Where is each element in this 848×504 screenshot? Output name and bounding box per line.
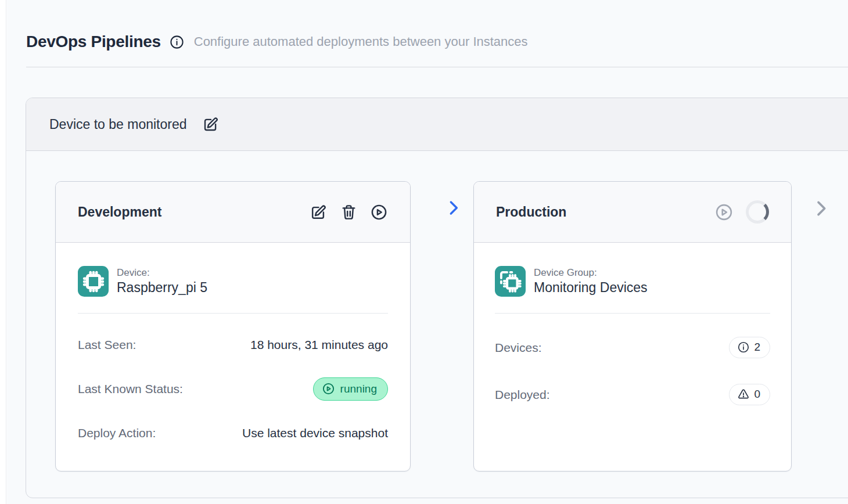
- devops-pipelines-page: DevOps Pipelines Configure automated dep…: [7, 0, 848, 504]
- delete-stage-button[interactable]: [340, 203, 358, 221]
- production-card-header: Production: [474, 182, 791, 243]
- play-circle-icon: [714, 203, 734, 222]
- chevron-right-icon: [811, 199, 831, 218]
- pipeline-title: Device to be monitored: [49, 117, 187, 132]
- development-card-header: Development: [56, 182, 410, 243]
- deployed-row: Deployed: 0: [495, 384, 770, 405]
- trash-icon: [340, 203, 358, 221]
- info-circle-icon: [737, 341, 750, 354]
- loading-spinner: [746, 200, 769, 224]
- card-divider: [495, 313, 770, 314]
- play-circle-icon: [370, 203, 388, 221]
- last-known-status-label: Last Known Status:: [78, 382, 183, 396]
- devices-row: Devices: 2: [495, 337, 770, 358]
- left-sidebar-edge: [0, 0, 6, 504]
- pipeline-panel: Device to be monitored Development: [26, 98, 848, 498]
- status-badge-running: running: [313, 377, 388, 401]
- devices-count-badge[interactable]: 2: [729, 337, 770, 358]
- play-circle-icon: [322, 382, 335, 395]
- pipeline-panel-header: Device to be monitored: [26, 98, 848, 151]
- development-card-body: Device: Raspberry_pi 5 Last Seen: 18 hou…: [56, 243, 410, 440]
- page-info-icon[interactable]: [169, 34, 185, 50]
- page-subtitle: Configure automated deployments between …: [194, 34, 528, 49]
- cpu-chip-icon: [81, 269, 106, 294]
- last-known-status-row: Last Known Status: running: [78, 377, 388, 401]
- devices-label: Devices:: [495, 341, 542, 355]
- device-name: Raspberry_pi 5: [117, 280, 207, 296]
- last-seen-row: Last Seen: 18 hours, 31 minutes ago: [78, 338, 388, 352]
- card-divider: [78, 313, 388, 314]
- deployed-label: Deployed:: [495, 388, 550, 402]
- last-seen-label: Last Seen:: [78, 338, 136, 352]
- deploy-action-label: Deploy Action:: [78, 426, 156, 440]
- stage-card-development: Development: [55, 181, 411, 471]
- device-meta: Device: Raspberry_pi 5: [117, 267, 207, 296]
- device-avatar: [78, 266, 109, 297]
- deployed-count: 0: [754, 388, 760, 401]
- device-label: Device:: [117, 267, 207, 279]
- pipeline-flow-arrow-icon: [444, 199, 463, 217]
- device-group-name: Monitoring Devices: [534, 280, 648, 296]
- status-badge-label: running: [340, 383, 377, 395]
- pipeline-panel-body: Development: [26, 151, 848, 497]
- pencil-square-icon: [310, 203, 328, 221]
- last-seen-value: 18 hours, 31 minutes ago: [250, 338, 388, 352]
- edit-stage-button[interactable]: [310, 203, 328, 221]
- deployed-count-badge[interactable]: 0: [729, 384, 770, 405]
- page-header: DevOps Pipelines Configure automated dep…: [7, 0, 848, 51]
- production-card-title: Production: [496, 204, 566, 220]
- edit-pipeline-button[interactable]: [202, 116, 220, 133]
- device-group-row: Device Group: Monitoring Devices: [495, 266, 770, 297]
- development-card-actions: [310, 203, 388, 221]
- cpu-chip-stack-icon: [498, 269, 523, 294]
- development-card-title: Development: [78, 204, 161, 220]
- run-stage-button-disabled[interactable]: [714, 203, 734, 222]
- page-title: DevOps Pipelines: [26, 33, 161, 51]
- deploy-action-row: Deploy Action: Use latest device snapsho…: [78, 426, 388, 440]
- run-stage-button[interactable]: [370, 203, 388, 221]
- production-card-body: Device Group: Monitoring Devices Devices…: [474, 243, 791, 405]
- device-group-meta: Device Group: Monitoring Devices: [534, 267, 648, 296]
- header-divider: [26, 67, 848, 67]
- pencil-square-icon: [202, 116, 220, 133]
- scroll-right-button[interactable]: [811, 199, 831, 218]
- device-group-avatar: [495, 266, 526, 297]
- device-group-label: Device Group:: [534, 267, 648, 279]
- warning-triangle-icon: [737, 388, 750, 401]
- stage-card-production: Production: [473, 181, 792, 471]
- deploy-action-value: Use latest device snapshot: [242, 426, 388, 440]
- production-card-actions: [714, 200, 769, 224]
- device-row: Device: Raspberry_pi 5: [78, 266, 388, 297]
- devices-count: 2: [754, 341, 760, 354]
